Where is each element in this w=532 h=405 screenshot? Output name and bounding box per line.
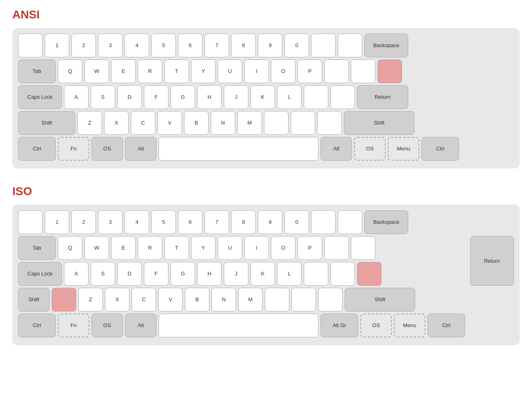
key-capslock[interactable]: Caps Lock: [18, 85, 62, 109]
iso-key-a[interactable]: A: [64, 262, 89, 286]
key-alt-right[interactable]: Alt: [321, 137, 352, 161]
key-semicolon[interactable]: [304, 85, 328, 109]
key-d[interactable]: D: [117, 85, 142, 109]
iso-key-d[interactable]: D: [117, 262, 142, 286]
iso-key-h[interactable]: H: [197, 262, 222, 286]
iso-key-w[interactable]: W: [84, 236, 109, 260]
iso-key-k[interactable]: K: [250, 262, 275, 286]
key-q[interactable]: Q: [58, 59, 82, 83]
key-6[interactable]: 6: [178, 34, 202, 57]
iso-key-shift-left[interactable]: Shift: [18, 288, 50, 312]
iso-key-7[interactable]: 7: [205, 210, 229, 234]
key-shift-right[interactable]: Shift: [344, 111, 414, 135]
key-fn[interactable]: Fn: [58, 137, 89, 161]
iso-key-extra[interactable]: [52, 288, 76, 312]
key-minus[interactable]: [311, 34, 336, 57]
key-a[interactable]: A: [64, 85, 89, 109]
iso-key-lbracket[interactable]: [324, 236, 349, 260]
key-backspace[interactable]: Backspace: [364, 34, 408, 57]
key-e[interactable]: E: [111, 59, 136, 83]
iso-key-2[interactable]: 2: [71, 210, 96, 234]
iso-key-fn[interactable]: Fn: [58, 314, 89, 337]
key-ctrl-left[interactable]: Ctrl: [18, 137, 56, 161]
iso-key-z[interactable]: Z: [78, 288, 103, 312]
key-z[interactable]: Z: [77, 111, 102, 135]
iso-key-semicolon[interactable]: [304, 262, 328, 286]
iso-key-q[interactable]: Q: [58, 236, 82, 260]
key-x[interactable]: X: [104, 111, 129, 135]
key-i[interactable]: I: [244, 59, 269, 83]
key-5[interactable]: 5: [151, 34, 176, 57]
key-backslash[interactable]: [377, 59, 402, 83]
key-equals[interactable]: [338, 34, 362, 57]
iso-key-period[interactable]: [291, 288, 316, 312]
key-tab[interactable]: Tab: [18, 59, 56, 83]
iso-key-quote[interactable]: [330, 262, 355, 286]
iso-key-x[interactable]: X: [105, 288, 130, 312]
iso-key-b[interactable]: B: [185, 288, 209, 312]
iso-key-hash[interactable]: [357, 262, 382, 286]
iso-key-o[interactable]: O: [271, 236, 296, 260]
iso-key-os-right[interactable]: OS: [360, 314, 392, 337]
iso-key-e[interactable]: E: [111, 236, 136, 260]
key-2[interactable]: 2: [71, 34, 96, 57]
key-0[interactable]: 0: [284, 34, 309, 57]
key-m[interactable]: M: [237, 111, 262, 135]
iso-key-ctrl-left[interactable]: Ctrl: [18, 314, 56, 337]
key-os-left[interactable]: OS: [91, 137, 123, 161]
iso-key-1[interactable]: 1: [45, 210, 69, 234]
iso-key-equals[interactable]: [338, 210, 362, 234]
key-l[interactable]: L: [277, 85, 302, 109]
key-w[interactable]: W: [84, 59, 109, 83]
iso-key-s[interactable]: S: [91, 262, 115, 286]
key-7[interactable]: 7: [205, 34, 229, 57]
key-space[interactable]: [159, 137, 318, 161]
iso-key-shift-right[interactable]: Shift: [345, 288, 415, 312]
iso-key-ctrl-right[interactable]: Ctrl: [427, 314, 465, 337]
iso-key-p[interactable]: P: [298, 236, 322, 260]
iso-key-tab[interactable]: Tab: [18, 236, 56, 260]
key-c[interactable]: C: [131, 111, 155, 135]
key-ctrl-right[interactable]: Ctrl: [421, 137, 459, 161]
key-slash[interactable]: [317, 111, 342, 135]
iso-key-j[interactable]: J: [224, 262, 248, 286]
iso-key-5[interactable]: 5: [151, 210, 176, 234]
key-lbracket[interactable]: [324, 59, 349, 83]
iso-key-slash[interactable]: [318, 288, 343, 312]
iso-key-backspace[interactable]: Backspace: [364, 210, 408, 234]
key-g[interactable]: G: [171, 85, 195, 109]
iso-key-space[interactable]: [159, 314, 318, 337]
key-3[interactable]: 3: [98, 34, 123, 57]
iso-key-m[interactable]: M: [238, 288, 263, 312]
key-p[interactable]: P: [298, 59, 322, 83]
iso-key-tilde[interactable]: [18, 210, 43, 234]
key-j[interactable]: J: [224, 85, 248, 109]
iso-key-n[interactable]: N: [211, 288, 236, 312]
iso-key-c[interactable]: C: [132, 288, 156, 312]
key-8[interactable]: 8: [231, 34, 256, 57]
key-return[interactable]: Return: [357, 85, 408, 109]
iso-key-minus[interactable]: [311, 210, 336, 234]
iso-key-r[interactable]: R: [138, 236, 162, 260]
iso-key-4[interactable]: 4: [125, 210, 149, 234]
key-b[interactable]: B: [184, 111, 209, 135]
iso-key-v[interactable]: V: [158, 288, 183, 312]
iso-key-u[interactable]: U: [218, 236, 242, 260]
key-h[interactable]: H: [197, 85, 222, 109]
iso-key-f[interactable]: F: [144, 262, 168, 286]
key-f[interactable]: F: [144, 85, 168, 109]
key-t[interactable]: T: [164, 59, 189, 83]
iso-key-t[interactable]: T: [164, 236, 189, 260]
iso-key-menu[interactable]: Menu: [394, 314, 425, 337]
iso-key-6[interactable]: 6: [178, 210, 202, 234]
iso-key-9[interactable]: 9: [258, 210, 282, 234]
key-s[interactable]: S: [91, 85, 115, 109]
key-os-right[interactable]: OS: [354, 137, 386, 161]
key-shift-left[interactable]: Shift: [18, 111, 75, 135]
key-4[interactable]: 4: [125, 34, 149, 57]
key-u[interactable]: U: [218, 59, 242, 83]
iso-key-0[interactable]: 0: [284, 210, 309, 234]
key-alt-left[interactable]: Alt: [125, 137, 157, 161]
iso-key-comma[interactable]: [265, 288, 289, 312]
iso-key-8[interactable]: 8: [231, 210, 256, 234]
